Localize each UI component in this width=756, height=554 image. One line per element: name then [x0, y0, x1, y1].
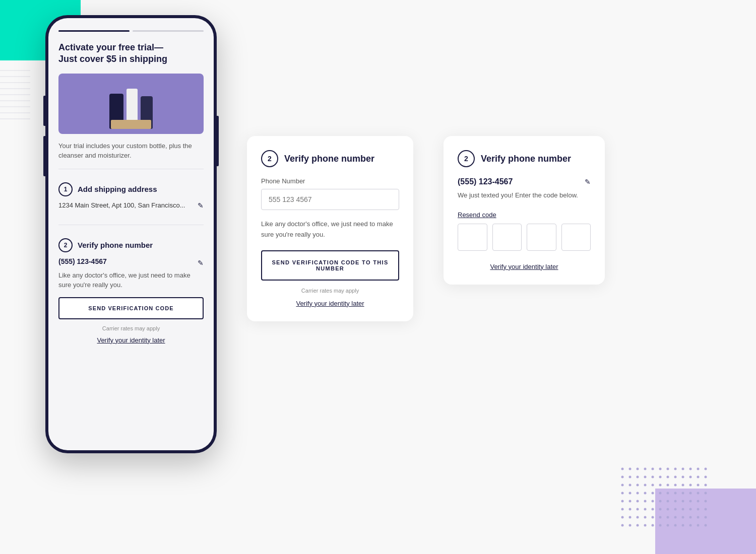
right-card-title: Verify phone number — [481, 154, 571, 164]
svg-point-53 — [682, 492, 684, 495]
step-2-description: Like any doctor's office, we just need t… — [58, 270, 204, 290]
svg-point-69 — [621, 508, 624, 511]
svg-point-99 — [667, 524, 669, 527]
svg-point-33 — [621, 484, 624, 487]
middle-card-phone-label: Phone Number — [261, 177, 399, 185]
svg-point-81 — [621, 516, 624, 519]
middle-card-send-button[interactable]: SEND VERIFICATION CODE TO THIS NUMBER — [261, 250, 399, 281]
middle-card-verify-later-link[interactable]: Verify your identity later — [261, 300, 399, 307]
middle-card-body-text: Like any doctor's office, we just need t… — [261, 219, 399, 240]
middle-card-carrier-text: Carrier rates may apply — [261, 288, 399, 294]
step-2-header: 2 Verify phone number — [58, 238, 204, 252]
svg-point-74 — [659, 508, 662, 511]
step-2-circle: 2 — [58, 238, 73, 252]
phone-content: Activate your free trial—Just cover $5 i… — [48, 18, 214, 450]
svg-point-88 — [674, 516, 677, 519]
svg-point-11 — [637, 468, 639, 470]
right-card-verify-later-link[interactable]: Verify your identity later — [458, 263, 591, 270]
step-2-edit-icon[interactable]: ✎ — [198, 259, 204, 267]
svg-point-64 — [674, 500, 677, 503]
svg-point-92 — [705, 516, 707, 519]
product-description: Your trial includes your custom bottle, … — [58, 141, 204, 161]
right-card-resend-link[interactable]: Resend code — [458, 211, 591, 219]
right-card-body-text: We just texted you! Enter the code below… — [458, 190, 591, 201]
svg-point-30 — [689, 476, 692, 478]
svg-point-32 — [705, 476, 707, 478]
progress-segment-1 — [58, 30, 130, 32]
step-2-phone-number: (555) 123-4567 — [58, 257, 107, 265]
svg-point-57 — [621, 500, 624, 503]
svg-point-29 — [682, 476, 684, 478]
svg-point-48 — [644, 492, 647, 495]
middle-card-header: 2 Verify phone number — [261, 150, 399, 167]
step-1-circle: 1 — [58, 182, 73, 196]
svg-point-72 — [644, 508, 647, 511]
svg-point-49 — [652, 492, 654, 495]
svg-point-13 — [652, 468, 654, 470]
svg-point-73 — [652, 508, 654, 511]
phone-frame: Activate your free trial—Just cover $5 i… — [45, 15, 217, 453]
right-card-edit-icon[interactable]: ✎ — [585, 178, 591, 186]
middle-card-step-circle: 2 — [261, 150, 278, 167]
svg-point-65 — [682, 500, 684, 503]
svg-point-41 — [682, 484, 684, 487]
svg-point-75 — [667, 508, 669, 511]
svg-point-79 — [697, 508, 700, 511]
svg-point-22 — [629, 476, 632, 478]
middle-card-phone-input[interactable] — [261, 189, 399, 210]
svg-point-9 — [621, 468, 624, 470]
svg-point-47 — [637, 492, 639, 495]
svg-point-46 — [629, 492, 632, 495]
svg-point-84 — [644, 516, 647, 519]
svg-point-50 — [659, 492, 662, 495]
right-card: 2 Verify phone number (555) 123-4567 ✎ W… — [444, 136, 605, 285]
code-input-4[interactable] — [561, 224, 591, 251]
svg-point-96 — [644, 524, 647, 527]
svg-point-25 — [652, 476, 654, 478]
svg-point-45 — [621, 492, 624, 495]
svg-point-89 — [682, 516, 684, 519]
svg-point-85 — [652, 516, 654, 519]
phone-button-left — [43, 96, 45, 126]
svg-point-38 — [659, 484, 662, 487]
svg-point-77 — [682, 508, 684, 511]
svg-point-10 — [629, 468, 632, 470]
svg-point-14 — [659, 468, 662, 470]
step-2-title: Verify phone number — [78, 241, 153, 249]
middle-card-title: Verify phone number — [284, 154, 374, 164]
svg-point-102 — [689, 524, 692, 527]
step-2-item: 2 Verify phone number (555) 123-4567 ✎ L… — [58, 231, 204, 351]
svg-point-17 — [682, 468, 684, 470]
svg-point-39 — [667, 484, 669, 487]
svg-point-20 — [705, 468, 707, 470]
svg-point-61 — [652, 500, 654, 503]
divider-1 — [58, 169, 204, 169]
code-input-3[interactable] — [527, 224, 556, 251]
svg-point-80 — [705, 508, 707, 511]
step-2-phone-row: (555) 123-4567 ✎ — [58, 257, 204, 268]
step-1-edit-icon[interactable]: ✎ — [198, 201, 204, 210]
svg-point-68 — [705, 500, 707, 503]
right-card-phone-number: (555) 123-4567 — [458, 177, 513, 186]
svg-point-83 — [637, 516, 639, 519]
svg-point-58 — [629, 500, 632, 503]
svg-point-91 — [697, 516, 700, 519]
code-input-1[interactable] — [458, 224, 487, 251]
svg-point-15 — [667, 468, 669, 470]
svg-point-44 — [705, 484, 707, 487]
svg-point-16 — [674, 468, 677, 470]
svg-point-100 — [674, 524, 677, 527]
phone-verify-later-link[interactable]: Verify your identity later — [58, 336, 204, 344]
phone-screen: Activate your free trial—Just cover $5 i… — [48, 18, 214, 450]
svg-point-101 — [682, 524, 684, 527]
phone-send-button[interactable]: SEND VERIFICATION CODE — [58, 297, 204, 319]
right-card-phone-row: (555) 123-4567 ✎ — [458, 177, 591, 186]
phone-title: Activate your free trial—Just cover $5 i… — [58, 42, 204, 65]
svg-point-62 — [659, 500, 662, 503]
step-1-item: 1 Add shipping address 1234 Main Street,… — [58, 175, 204, 219]
svg-point-21 — [621, 476, 624, 478]
svg-point-98 — [659, 524, 662, 527]
svg-point-95 — [637, 524, 639, 527]
svg-point-34 — [629, 484, 632, 487]
code-input-2[interactable] — [492, 224, 522, 251]
